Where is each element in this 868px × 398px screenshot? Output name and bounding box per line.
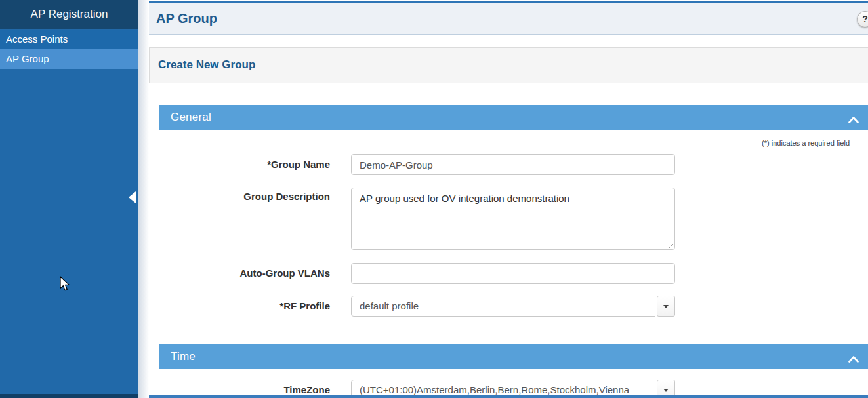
sidebar-collapse-icon[interactable] (129, 191, 136, 203)
page-header: AP Group (149, 3, 868, 35)
caret-down-icon (663, 305, 669, 308)
sidebar-item-ap-group[interactable]: AP Group (0, 49, 138, 69)
group-name-label: *Group Name (215, 154, 330, 175)
rf-profile-select[interactable]: default profile (351, 296, 675, 317)
time-section-title: Time (159, 344, 868, 369)
caret-down-icon (663, 389, 669, 392)
sidebar-title: AP Registration (0, 0, 138, 29)
sidebar-item-access-points[interactable]: Access Points (0, 30, 138, 49)
rf-profile-label: *RF Profile (215, 296, 330, 317)
group-description-textarea[interactable]: AP group used for OV integration demonst… (351, 188, 675, 250)
page-title: AP Group (149, 3, 868, 34)
create-group-panel-header: Create New Group (149, 47, 868, 83)
time-section-header[interactable]: Time (159, 344, 868, 369)
sidebar-bottom-strip (0, 394, 138, 398)
chevron-up-icon[interactable] (848, 353, 859, 365)
general-section-title: General (159, 105, 868, 130)
rf-profile-dropdown-button[interactable] (657, 296, 675, 317)
create-group-title: Create New Group (150, 48, 868, 82)
sidebar-gutter (138, 0, 149, 398)
group-name-input[interactable] (351, 154, 675, 175)
required-field-note: (*) indicates a required field (656, 139, 850, 147)
auto-group-vlans-input[interactable] (351, 263, 675, 284)
chevron-up-icon[interactable] (848, 114, 859, 126)
screen: AP Registration Access Points AP Group A… (0, 0, 868, 398)
sidebar: AP Registration Access Points AP Group (0, 0, 138, 398)
rf-profile-selected-value[interactable]: default profile (351, 296, 655, 317)
auto-group-vlans-label: Auto-Group VLANs (215, 263, 330, 284)
group-description-label: Group Description (215, 189, 330, 204)
mouse-cursor-icon (60, 276, 72, 292)
general-section-header[interactable]: General (159, 105, 868, 130)
bottom-accent-line (149, 395, 868, 398)
